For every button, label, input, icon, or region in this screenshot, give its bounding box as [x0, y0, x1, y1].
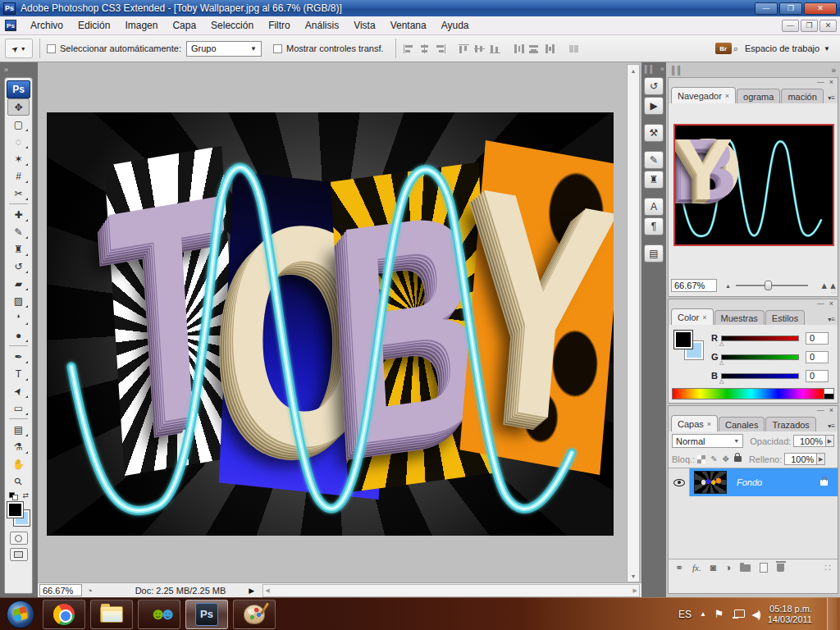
menu-edicion[interactable]: Edición: [71, 17, 117, 34]
lock-transparency-icon[interactable]: [697, 455, 705, 463]
action-center-icon[interactable]: ⚑: [714, 608, 724, 620]
blur-tool[interactable]: ❛: [7, 309, 30, 326]
doc-minimize-button[interactable]: —: [782, 20, 799, 32]
menu-archivo[interactable]: Archivo: [23, 17, 71, 34]
panel-menu-icon[interactable]: ▾≡: [828, 422, 835, 430]
menu-analisis[interactable]: Análisis: [298, 17, 346, 34]
doc-close-button[interactable]: ✕: [819, 20, 837, 32]
align-icon[interactable]: [528, 43, 541, 54]
color-minimize-icon[interactable]: —: [817, 300, 824, 308]
tab-close-icon[interactable]: ×: [725, 92, 729, 100]
tab-color[interactable]: Color×: [671, 308, 714, 325]
type-tool[interactable]: T: [7, 365, 30, 382]
zoom-tool[interactable]: ⚲: [7, 472, 30, 490]
history-panel-button[interactable]: ↺: [644, 77, 664, 95]
doc-restore-button[interactable]: ❐: [801, 20, 818, 32]
align-icon[interactable]: [418, 43, 431, 54]
align-icon[interactable]: [568, 43, 580, 54]
current-tool-button[interactable]: ➤ ▼: [5, 39, 33, 58]
language-indicator[interactable]: ES: [678, 609, 692, 620]
tab-histograma[interactable]: ograma: [737, 89, 780, 103]
tab-estilos[interactable]: Estilos: [765, 310, 805, 325]
blue-value-input[interactable]: 0: [806, 370, 829, 382]
dock-grip[interactable]: ║║: [670, 66, 682, 75]
navigator-zoom-input[interactable]: 66.67%: [671, 279, 717, 292]
clock[interactable]: 05:18 p.m. 14/03/2011: [768, 604, 812, 625]
navigator-resize-grip[interactable]: ∷: [831, 287, 836, 295]
zoom-input[interactable]: 66.67%: [39, 584, 82, 596]
layer-thumbnail[interactable]: [694, 471, 727, 494]
align-icon[interactable]: [403, 43, 415, 54]
tab-close-icon[interactable]: ×: [707, 420, 711, 428]
start-button[interactable]: [7, 600, 34, 628]
foreground-color-swatch[interactable]: [674, 331, 692, 349]
eyedropper-tool[interactable]: ⚗: [7, 438, 30, 455]
taskbar-chrome-button[interactable]: [43, 600, 85, 629]
close-button[interactable]: ✕: [804, 2, 837, 15]
lock-position-icon[interactable]: ✥: [723, 454, 729, 463]
layer-mask-icon[interactable]: ◙: [710, 562, 716, 573]
fill-input[interactable]: 100%: [784, 453, 817, 465]
zoom-out-icon[interactable]: ▲: [725, 283, 731, 289]
network-icon[interactable]: [733, 609, 744, 619]
layer-name[interactable]: Fondo: [737, 477, 762, 487]
green-value-input[interactable]: 0: [806, 351, 829, 363]
color-close-icon[interactable]: ×: [829, 300, 833, 308]
align-buttons-group[interactable]: [403, 43, 580, 54]
show-transform-checkbox[interactable]: [273, 44, 282, 53]
strip-grip[interactable]: ║║: [643, 65, 654, 73]
scroll-up-icon[interactable]: ▲: [628, 65, 639, 76]
layer-comps-panel-button[interactable]: ▤: [644, 244, 664, 262]
path-select-tool[interactable]: ➤: [7, 382, 30, 399]
navigator-minimize-icon[interactable]: —: [817, 79, 824, 87]
color-spectrum-ramp[interactable]: [672, 388, 824, 399]
visibility-toggle[interactable]: [669, 468, 690, 496]
align-icon[interactable]: [458, 43, 470, 54]
layers-minimize-icon[interactable]: —: [817, 407, 824, 415]
tab-capas[interactable]: Capas×: [671, 415, 718, 431]
delete-layer-icon[interactable]: [777, 564, 784, 572]
character-panel-button[interactable]: A: [644, 198, 664, 216]
taskbar-explorer-button[interactable]: [90, 600, 133, 629]
layer-style-icon[interactable]: fx.: [692, 563, 701, 573]
workspace-button[interactable]: Espacio de trabajo ▼: [745, 43, 830, 53]
spectrum-bw-end[interactable]: [824, 388, 834, 399]
layers-close-icon[interactable]: ×: [829, 407, 833, 415]
navigator-zoom-slider[interactable]: [736, 285, 808, 286]
menu-capa[interactable]: Capa: [165, 17, 203, 34]
blue-slider[interactable]: △: [721, 373, 799, 379]
clone-source-panel-button[interactable]: ♜: [644, 171, 664, 189]
panel-menu-icon[interactable]: ▾≡: [828, 94, 835, 102]
new-layer-icon[interactable]: [760, 563, 768, 573]
menu-filtro[interactable]: Filtro: [261, 17, 298, 34]
default-colors-icon[interactable]: ⇄: [7, 491, 30, 501]
notes-tool[interactable]: ▤: [7, 421, 30, 438]
align-icon[interactable]: [489, 43, 501, 54]
volume-icon[interactable]: ◀): [752, 609, 760, 620]
panel-menu-icon[interactable]: ▾≡: [828, 316, 835, 323]
pen-tool[interactable]: ✒: [7, 348, 30, 365]
opacity-spinner-icon[interactable]: ▶: [826, 435, 834, 447]
tab-navegador[interactable]: Navegador×: [671, 87, 736, 103]
quick-mask-button[interactable]: [10, 532, 28, 545]
blend-mode-dropdown[interactable]: Normal▼: [672, 434, 743, 448]
layer-row-fondo[interactable]: Fondo: [669, 468, 838, 496]
layers-resize-grip[interactable]: ∷: [824, 562, 831, 573]
align-icon[interactable]: [513, 43, 525, 54]
auto-select-dropdown[interactable]: Grupo ▼: [186, 41, 262, 57]
red-slider[interactable]: △: [721, 336, 799, 341]
red-value-input[interactable]: 0: [806, 332, 829, 345]
lasso-tool[interactable]: ◌: [7, 133, 30, 150]
scroll-right-icon[interactable]: ▶: [633, 587, 637, 594]
magic-wand-tool[interactable]: ✶: [7, 150, 30, 167]
shape-tool[interactable]: ▭: [7, 399, 30, 417]
history-brush-tool[interactable]: ↺: [7, 258, 30, 275]
auto-select-checkbox[interactable]: [47, 44, 56, 53]
foreground-color-swatch[interactable]: [7, 502, 23, 518]
green-slider[interactable]: △: [721, 354, 799, 360]
new-group-icon[interactable]: [740, 564, 751, 572]
actions-panel-button[interactable]: ▶: [644, 97, 664, 115]
align-icon[interactable]: [544, 43, 556, 54]
toolbar-expand-icon[interactable]: »: [4, 66, 7, 74]
brushes-panel-button[interactable]: ✎: [644, 151, 664, 169]
